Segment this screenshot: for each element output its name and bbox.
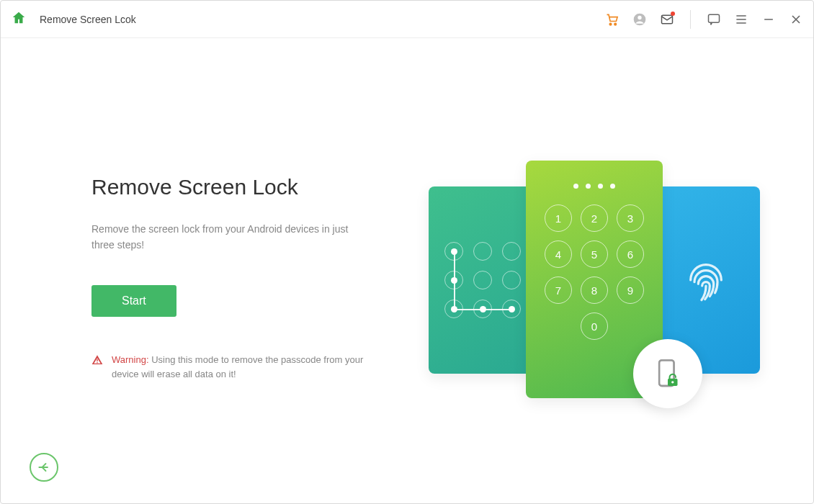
cart-icon[interactable] (605, 12, 620, 27)
pin-dots (526, 184, 663, 189)
keypad-key: 1 (545, 204, 572, 232)
keypad-key: 6 (617, 240, 644, 268)
svg-point-0 (609, 23, 612, 24)
left-pane: Remove Screen Lock Remove the screen loc… (1, 38, 407, 503)
keypad-key: 0 (581, 312, 608, 340)
keypad-grid: 1 2 3 4 5 6 7 8 9 0 (526, 204, 663, 340)
back-button[interactable] (30, 453, 58, 482)
svg-point-12 (671, 381, 674, 383)
home-icon[interactable] (11, 10, 27, 29)
app-title: Remove Screen Lcok (40, 14, 136, 25)
fingerprint-icon (680, 254, 732, 306)
keypad-key: 3 (617, 204, 644, 232)
right-pane: 1 2 3 4 5 6 7 8 9 0 (407, 38, 813, 503)
toolbar-divider (690, 10, 691, 29)
svg-point-1 (614, 23, 617, 24)
pattern-grid (444, 242, 521, 318)
window-toolbar (605, 10, 803, 29)
page-description: Remove the screen lock from your Android… (91, 221, 351, 253)
svg-rect-6 (97, 359, 97, 361)
mail-icon[interactable] (660, 12, 674, 27)
keypad-key: 5 (581, 240, 608, 268)
profile-icon[interactable] (632, 12, 647, 27)
keypad-key: 8 (581, 276, 608, 304)
notification-dot-icon (671, 12, 675, 16)
svg-point-3 (638, 15, 641, 19)
svg-rect-5 (709, 14, 720, 22)
keypad-key: 9 (617, 276, 644, 304)
start-button[interactable]: Start (91, 285, 176, 317)
menu-icon[interactable] (734, 12, 748, 27)
page-heading: Remove Screen Lock (91, 175, 378, 199)
keypad-key: 7 (545, 276, 572, 304)
warning-row: Warning: Using this mode to remove the p… (91, 353, 378, 382)
phone-unlock-badge (633, 339, 702, 408)
close-icon[interactable] (789, 12, 803, 27)
titlebar: Remove Screen Lcok (1, 1, 813, 38)
warning-triangle-icon (91, 354, 103, 366)
arrow-left-icon (37, 460, 51, 474)
warning-text: Using this mode to remove the passcode f… (112, 354, 363, 379)
keypad-key: 4 (545, 240, 572, 268)
pattern-card (429, 186, 537, 374)
warning-label: Warning: (112, 354, 149, 365)
svg-rect-7 (97, 362, 97, 363)
feedback-icon[interactable] (707, 12, 721, 27)
minimize-icon[interactable] (761, 12, 776, 27)
keypad-key: 2 (581, 204, 608, 232)
lock-illustration: 1 2 3 4 5 6 7 8 9 0 (429, 161, 760, 405)
